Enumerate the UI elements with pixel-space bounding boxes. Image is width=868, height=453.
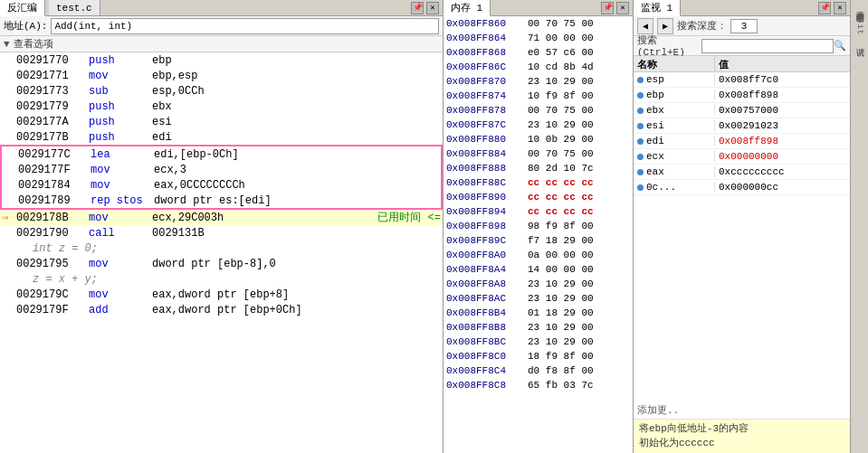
watch-value-cell[interactable]: 0x000000cc xyxy=(715,182,850,193)
search-input[interactable] xyxy=(701,39,834,53)
disasm-row[interactable]: 00291789 rep stos dword ptr es:[edi] xyxy=(2,193,441,208)
mem-addr: 0x008FF864 xyxy=(446,33,528,43)
disasm-addr: 00291790 xyxy=(16,227,89,240)
watch-name: ebp xyxy=(646,90,664,100)
watch-row[interactable]: ebp 0x008ff898 xyxy=(634,88,850,103)
watch-row[interactable]: esp 0x008ff7c0 xyxy=(634,72,850,88)
view-options[interactable]: ▼ 查看选项 xyxy=(0,36,443,52)
add-watch-label[interactable]: 添加更.. xyxy=(634,401,850,419)
tab-watch[interactable]: 监视 1 xyxy=(634,0,681,16)
mem-bytes: 23 10 29 00 xyxy=(528,336,630,347)
memory-row[interactable]: 0x008FF894 cc cc cc cc xyxy=(444,204,633,219)
search-icon[interactable]: 🔍 xyxy=(834,39,846,53)
mem-addr: 0x008FF8C8 xyxy=(446,380,528,391)
memory-row[interactable]: 0x008FF8C0 18 f9 8f 00 xyxy=(444,349,633,363)
watch-rows[interactable]: esp 0x008ff7c0 ebp 0x008ff898 ebx 0x0075… xyxy=(634,72,850,401)
memory-pin-btn[interactable]: 📌 xyxy=(601,2,614,14)
mem-addr: 0x008FF890 xyxy=(446,192,528,203)
disasm-operands: eax,dword ptr [ebp+8] xyxy=(152,288,437,301)
watch-row[interactable]: edi 0x008ff898 xyxy=(634,134,850,149)
disasm-row[interactable]: 0029177C lea edi,[ebp-0Ch] xyxy=(2,146,441,162)
memory-row[interactable]: 0x008FF874 10 f9 8f 00 xyxy=(444,89,633,103)
disasm-row[interactable]: 0029179F add eax,dword ptr [ebp+0Ch] xyxy=(0,302,443,317)
mem-bytes: 00 70 75 00 xyxy=(528,105,630,116)
disasm-addr: 00291779 xyxy=(16,100,89,113)
disasm-row[interactable]: 0029177F mov ecx,3 xyxy=(2,162,441,177)
disasm-row[interactable]: 0029177A push esi xyxy=(0,114,443,129)
watch-value-cell[interactable]: 0x008ff898 xyxy=(715,136,850,146)
disasm-row[interactable]: 00291779 push ebx xyxy=(0,99,443,114)
memory-row[interactable]: 0x008FF890 cc cc cc cc xyxy=(444,190,633,204)
mem-bytes: f7 18 29 00 xyxy=(528,235,630,246)
memory-row[interactable]: 0x008FF8A8 23 10 29 00 xyxy=(444,277,633,291)
watch-value-cell[interactable]: 0xccccccccc xyxy=(715,166,850,177)
memory-close-btn[interactable]: ✕ xyxy=(616,2,629,14)
disasm-comment: 已用时间 <= xyxy=(377,210,441,225)
memory-row[interactable]: 0x008FF884 00 70 75 00 xyxy=(444,146,633,161)
disasm-row[interactable]: 00291771 mov ebp,esp xyxy=(0,68,443,83)
memory-row[interactable]: 0x008FF87C 23 10 29 00 xyxy=(444,118,633,132)
memory-row[interactable]: 0x008FF89C f7 18 29 00 xyxy=(444,233,633,248)
watch-row[interactable]: ecx 0x00000000 xyxy=(634,149,850,165)
memory-row[interactable]: 0x008FF8C4 d0 f8 8f 00 xyxy=(444,363,633,378)
disasm-row[interactable]: 0029179C mov eax,dword ptr [ebp+8] xyxy=(0,287,443,302)
watch-value-cell[interactable]: 0x00000000 xyxy=(715,151,850,162)
disasm-row[interactable]: 00291773 sub esp,0CCh xyxy=(0,83,443,99)
memory-row[interactable]: 0x008FF8A0 0a 00 00 00 xyxy=(444,248,633,262)
tab-disasm[interactable]: 反汇编 xyxy=(0,0,45,16)
watch-dot xyxy=(637,92,644,99)
depth-input[interactable] xyxy=(730,19,758,33)
disasm-row[interactable]: 0029177B push edi xyxy=(0,129,443,145)
disasm-row[interactable]: z = x + y; xyxy=(0,271,443,287)
memory-row[interactable]: 0x008FF8C8 65 fb 03 7c xyxy=(444,378,633,392)
disasm-operands: eax,0CCCCCCCCh xyxy=(154,179,435,192)
memory-row[interactable]: 0x008FF8AC 23 10 29 00 xyxy=(444,291,633,306)
watch-value-cell[interactable]: 0x008ff7c0 xyxy=(715,74,850,85)
disasm-row[interactable]: 00291784 mov eax,0CCCCCCCCh xyxy=(2,177,441,193)
mem-bytes: 23 10 29 00 xyxy=(528,322,630,333)
memory-rows[interactable]: 0x008FF860 00 70 75 00 0x008FF864 71 00 … xyxy=(444,16,633,453)
disasm-row[interactable]: 00291790 call 0029131B xyxy=(0,225,443,241)
memory-row[interactable]: 0x008FF880 10 0b 29 00 xyxy=(444,132,633,146)
memory-row[interactable]: 0x008FF860 00 70 75 00 xyxy=(444,16,633,31)
disasm-mnemonic: sub xyxy=(89,85,152,98)
watch-close-btn[interactable]: ✕ xyxy=(834,2,846,14)
memory-row[interactable]: 0x008FF888 80 2d 10 7c xyxy=(444,161,633,175)
disasm-row[interactable]: int z = 0; xyxy=(0,241,443,256)
watch-row[interactable]: 0c... 0x000000cc xyxy=(634,180,850,195)
memory-row[interactable]: 0x008FF8B4 01 18 29 00 xyxy=(444,306,633,320)
disasm-addr: 00291771 xyxy=(16,70,89,82)
addr-input[interactable] xyxy=(51,18,439,34)
watch-row[interactable]: esi 0x00291023 xyxy=(634,118,850,134)
disasm-content[interactable]: 00291770 push ebp 00291771 mov ebp,esp 0… xyxy=(0,52,443,453)
disasm-close-btn[interactable]: ✕ xyxy=(426,2,439,14)
disasm-pin-btn[interactable]: 📌 xyxy=(411,2,424,14)
right-sidebar: 滚动条缩略图 Git 调试 xyxy=(850,0,868,453)
memory-row[interactable]: 0x008FF868 e0 57 c6 00 xyxy=(444,45,633,60)
mem-bytes: 23 10 29 00 xyxy=(528,278,630,289)
watch-pin-btn[interactable]: 📌 xyxy=(818,2,831,14)
disasm-addr: 00291773 xyxy=(16,85,89,98)
disasm-row[interactable]: 00291770 push ebp xyxy=(0,52,443,68)
memory-row[interactable]: 0x008FF86C 10 cd 8b 4d xyxy=(444,60,633,74)
watch-value-cell[interactable]: 0x00291023 xyxy=(715,120,850,131)
back-btn[interactable]: ◀ xyxy=(637,18,653,34)
memory-row[interactable]: 0x008FF8BC 23 10 29 00 xyxy=(444,335,633,349)
tab-memory[interactable]: 内存 1 xyxy=(444,0,491,16)
memory-row[interactable]: 0x008FF898 98 f9 8f 00 xyxy=(444,219,633,233)
disasm-addr: 00291784 xyxy=(18,179,91,192)
watch-row[interactable]: ebx 0x00757000 xyxy=(634,103,850,118)
memory-row[interactable]: 0x008FF8A4 14 00 00 00 xyxy=(444,262,633,277)
memory-row[interactable]: 0x008FF864 71 00 00 00 xyxy=(444,31,633,45)
watch-row[interactable]: eax 0xccccccccc xyxy=(634,165,850,180)
memory-row[interactable]: 0x008FF878 00 70 75 00 xyxy=(444,103,633,118)
forward-btn[interactable]: ▶ xyxy=(657,18,673,34)
memory-row[interactable]: 0x008FF870 23 10 29 00 xyxy=(444,74,633,89)
disasm-row[interactable]: ⇒ 0029178B mov ecx,29C003h 已用时间 <= xyxy=(0,210,443,225)
memory-row[interactable]: 0x008FF8B8 23 10 29 00 xyxy=(444,320,633,335)
watch-value-cell[interactable]: 0x00757000 xyxy=(715,105,850,116)
tab-source[interactable]: test.c xyxy=(49,0,100,15)
disasm-row[interactable]: 00291795 mov dword ptr [ebp-8],0 xyxy=(0,256,443,271)
memory-row[interactable]: 0x008FF88C cc cc cc cc xyxy=(444,175,633,190)
watch-value-cell[interactable]: 0x008ff898 xyxy=(715,90,850,100)
